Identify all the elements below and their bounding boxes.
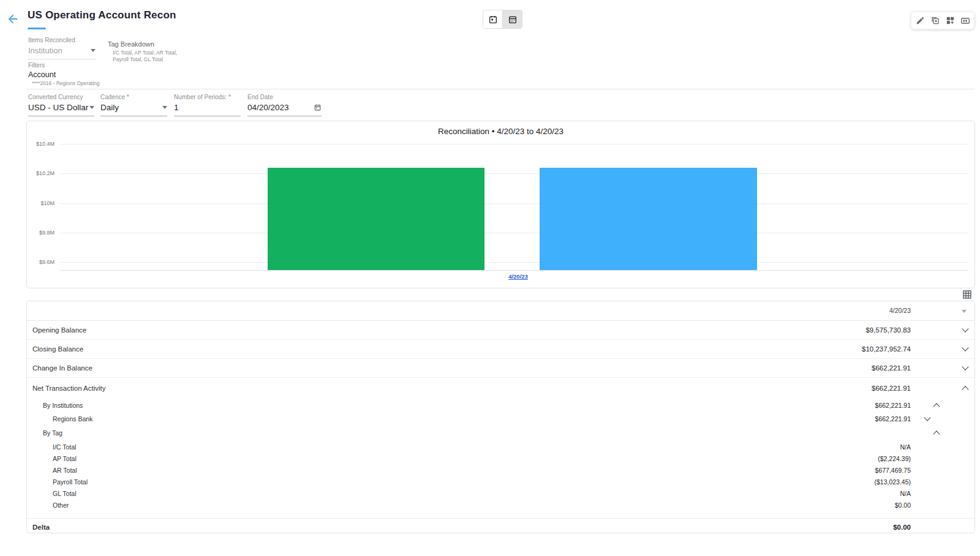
row-value: N/A [900,443,911,451]
cadence-field: Cadence * Daily [100,94,167,116]
green-bar[interactable] [268,168,484,270]
y-axis-tick-label: $10.4M [27,141,55,147]
duplicate-button[interactable] [929,15,941,27]
row-value: $9,575,730.83 [865,326,911,334]
row-label: Delta [32,524,50,531]
converted-currency-label: Converted Currency [28,94,94,100]
row-label: Other [53,502,69,509]
blue-bar[interactable] [540,168,757,270]
table-row: Net Transaction Activity$662,221.91 [27,378,974,398]
table-view-icon[interactable] [962,290,972,299]
tag-breakdown-label: Tag Breakdown [108,40,180,48]
items-reconciled-select[interactable]: Institution [28,46,96,59]
row-label: GL Total [53,490,77,497]
copy-plus-icon [930,16,940,25]
table-row: I/C TotalN/A [27,441,974,453]
chevron-down-icon[interactable] [962,344,968,351]
calendar-day-icon [488,15,498,24]
chart-title: Reconciliation • 4/20/23 to 4/20/23 [27,127,974,136]
x-axis-line [60,270,968,271]
row-value: $662,221.91 [875,402,911,409]
cadence-label: Cadence * [100,94,167,100]
table-row: Change In Balance$662,221.91 [27,359,974,378]
items-reconciled-value: Institution [28,46,62,55]
end-date-value: 04/20/2023 [247,103,289,112]
row-label: Closing Balance [32,345,83,353]
x-axis-date-link[interactable]: 4/20/23 [481,273,555,280]
table-row: AR Total$677,469.75 [27,464,974,476]
grid-plus-icon [946,16,955,25]
table-row: By Tag [27,425,974,441]
y-axis-tick-label: $9.6M [27,259,55,265]
cadence-value: Daily [100,103,119,112]
page-title: US Operating Account Recon [28,9,176,21]
chart-gridline [60,203,968,204]
row-value: $0.00 [893,524,911,531]
row-label: I/C Total [53,443,76,451]
table-body: Opening Balance$9,575,730.83Closing Bala… [27,321,974,533]
cadence-select[interactable]: Daily [100,103,167,116]
row-label: Regions Bank [53,415,92,423]
y-axis-tick-label: $9.8M [27,230,55,236]
back-button[interactable] [6,12,21,27]
edit-button[interactable] [914,15,926,27]
calendar-icon[interactable] [314,103,322,111]
row-label: By Tag [43,429,62,437]
filters-type: Account [28,70,100,79]
y-axis-tick-label: $10.2M [27,170,55,176]
pencil-icon [916,16,925,25]
arrow-left-icon [6,12,21,26]
tag-breakdown-field: Tag Breakdown I/C Total, AP Total, AR To… [108,40,180,62]
table-row: Other$0.00 [27,499,974,511]
tag-breakdown-value: I/C Total, AP Total, AR Total, Payroll T… [113,50,180,62]
row-label: AP Total [53,455,77,462]
y-axis-tick-label: $10M [27,200,55,206]
converted-currency-field: Converted Currency USD - US Dollar [28,94,94,116]
reconciliation-table-card: 4/20/23 Opening Balance$9,575,730.83Clos… [26,301,975,533]
chevron-up-icon[interactable] [933,403,940,410]
caret-down-icon [89,106,94,109]
row-value: $10,237,952.74 [862,345,911,353]
row-value: N/A [900,490,911,497]
caret-down-icon[interactable] [962,310,967,313]
row-value: $0.00 [895,502,911,509]
row-value: ($13,023.45) [874,478,911,486]
items-reconciled-field: Items Reconciled Institution [28,37,96,59]
page-actions-toolbar [911,12,974,29]
chevron-up-icon[interactable] [962,386,968,393]
add-widget-button[interactable] [944,15,956,27]
row-value: $662,221.91 [872,364,911,372]
row-label: Net Transaction Activity [32,385,106,392]
table-header-row: 4/20/23 [27,301,974,321]
toggle-single-period-button[interactable] [483,10,502,28]
chevron-down-icon[interactable] [962,325,968,332]
end-date-label: End Date [247,94,322,100]
toggle-multi-period-button[interactable] [502,10,522,28]
chevron-down-icon[interactable] [962,363,968,370]
converted-currency-select[interactable]: USD - US Dollar [28,103,94,116]
table-row: Opening Balance$9,575,730.83 [27,321,974,340]
number-of-periods-input[interactable]: 1 [174,103,241,116]
section-divider [26,89,975,89]
chart-gridline [60,173,968,174]
filters-field: Filters Account ****2016 - Regions Opera… [28,62,100,86]
row-label: Opening Balance [32,326,86,334]
number-of-periods-value: 1 [174,103,179,112]
row-value: $662,221.91 [872,385,911,392]
card-view-button[interactable] [959,15,971,27]
number-of-periods-field: Number of Periods: * 1 [174,94,241,116]
end-date-input[interactable]: 04/20/2023 [247,103,322,116]
row-label: Change In Balance [32,364,92,372]
table-row: AP Total($2,224.39) [27,453,974,464]
row-value: $662,221.91 [875,415,911,423]
chart-gridline [60,262,968,263]
chart-gridline [60,144,968,145]
filters-value: ****2016 - Regions Operating [32,80,100,86]
card-panel-icon [960,16,970,26]
filters-label: Filters [28,62,100,69]
items-reconciled-label: Items Reconciled [28,37,96,43]
caret-down-icon [162,106,167,109]
chevron-down-icon[interactable] [924,414,930,421]
chevron-up-icon[interactable] [933,430,940,437]
caret-down-icon [91,49,96,52]
